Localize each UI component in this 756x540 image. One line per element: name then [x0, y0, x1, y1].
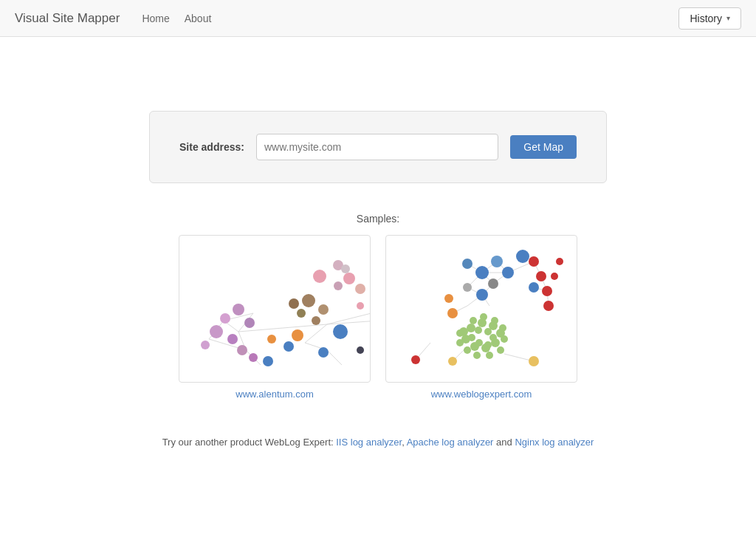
sample-card-1[interactable]: www.alentum.com — [179, 235, 371, 400]
svg-point-90 — [473, 352, 481, 359]
svg-point-32 — [302, 294, 315, 307]
svg-point-45 — [227, 334, 238, 344]
svg-point-35 — [289, 298, 299, 309]
sample-graph-2 — [385, 235, 577, 383]
svg-point-119 — [448, 357, 457, 366]
svg-point-115 — [556, 258, 563, 265]
svg-point-51 — [267, 335, 276, 344]
footer-sep2: and — [493, 437, 515, 448]
svg-point-37 — [292, 329, 303, 341]
navbar: Visual Site Mapper Home About History ▾ — [0, 0, 756, 37]
svg-point-104 — [488, 278, 498, 289]
svg-point-83 — [470, 317, 477, 324]
svg-point-48 — [249, 353, 258, 362]
svg-point-109 — [529, 356, 539, 366]
main-content: Site address: Get Map Samples: — [0, 37, 756, 477]
svg-point-101 — [491, 256, 503, 267]
samples-section: Samples: — [15, 213, 741, 400]
svg-point-42 — [220, 313, 230, 324]
svg-point-107 — [447, 308, 458, 318]
svg-point-114 — [551, 273, 558, 280]
svg-point-112 — [542, 286, 552, 296]
svg-line-22 — [327, 302, 371, 324]
svg-point-93 — [456, 329, 464, 337]
svg-point-52 — [357, 302, 364, 310]
site-address-input[interactable] — [256, 134, 498, 160]
svg-point-41 — [233, 304, 244, 315]
svg-point-47 — [237, 345, 247, 355]
svg-point-26 — [313, 270, 326, 283]
svg-point-117 — [529, 282, 539, 293]
sample-graph-1 — [179, 235, 371, 383]
svg-point-100 — [475, 266, 489, 279]
nginx-link[interactable]: Nginx log analyzer — [515, 437, 594, 448]
svg-point-39 — [318, 347, 329, 358]
svg-point-40 — [357, 346, 364, 354]
svg-point-46 — [201, 341, 210, 349]
footer-prefix: Try our another product WebLog Expert: — [162, 437, 337, 448]
sample-link-1[interactable]: www.alentum.com — [236, 389, 313, 400]
svg-point-31 — [355, 284, 365, 294]
svg-point-34 — [297, 309, 306, 318]
svg-line-20 — [327, 350, 342, 365]
svg-point-44 — [210, 325, 223, 338]
svg-point-86 — [499, 324, 506, 332]
svg-point-87 — [501, 335, 508, 343]
svg-point-118 — [411, 355, 420, 364]
dropdown-arrow-icon: ▾ — [726, 14, 730, 22]
app-brand: Visual Site Mapper — [15, 11, 120, 26]
home-link[interactable]: Home — [142, 13, 169, 24]
svg-point-110 — [529, 256, 539, 267]
svg-point-89 — [486, 352, 493, 359]
svg-point-91 — [464, 346, 471, 354]
svg-point-50 — [284, 341, 294, 352]
svg-point-105 — [476, 289, 488, 301]
history-label: History — [690, 13, 722, 24]
svg-point-111 — [536, 271, 546, 281]
svg-line-24 — [305, 324, 327, 343]
svg-point-36 — [312, 316, 320, 325]
svg-point-99 — [468, 334, 475, 341]
svg-point-84 — [480, 313, 487, 321]
site-address-label: Site address: — [179, 141, 244, 153]
svg-point-29 — [343, 273, 355, 284]
svg-point-94 — [475, 327, 482, 334]
svg-point-88 — [497, 346, 504, 354]
svg-point-95 — [484, 328, 492, 335]
iis-link[interactable]: IIS log analyzer — [336, 437, 402, 448]
samples-grid: www.alentum.com — [179, 235, 577, 400]
svg-point-102 — [462, 259, 472, 269]
svg-point-96 — [489, 334, 497, 341]
svg-point-38 — [333, 324, 348, 339]
svg-point-97 — [484, 341, 492, 349]
get-map-button[interactable]: Get Map — [510, 135, 577, 159]
svg-point-49 — [263, 356, 273, 366]
svg-point-85 — [491, 317, 498, 324]
svg-point-116 — [516, 250, 529, 263]
history-button[interactable]: History ▾ — [678, 7, 741, 30]
svg-point-30 — [341, 264, 350, 273]
svg-point-28 — [334, 281, 343, 290]
svg-point-108 — [444, 294, 453, 303]
sample-link-2[interactable]: www.weblogexpert.com — [431, 389, 532, 400]
samples-label: Samples: — [357, 213, 399, 225]
svg-point-33 — [318, 304, 329, 315]
svg-point-106 — [463, 283, 472, 292]
nav-links: Home About — [142, 13, 741, 24]
sample-card-2[interactable]: www.weblogexpert.com — [385, 235, 577, 400]
about-link[interactable]: About — [185, 13, 212, 24]
svg-point-98 — [475, 339, 483, 346]
footer-text: Try our another product WebLog Expert: I… — [162, 437, 594, 448]
svg-point-43 — [244, 318, 255, 328]
svg-point-113 — [543, 301, 554, 311]
svg-point-103 — [502, 267, 514, 278]
search-container: Site address: Get Map — [149, 111, 607, 183]
svg-line-23 — [327, 317, 371, 324]
svg-point-92 — [456, 339, 464, 346]
apache-link[interactable]: Apache log analyzer — [407, 437, 494, 448]
